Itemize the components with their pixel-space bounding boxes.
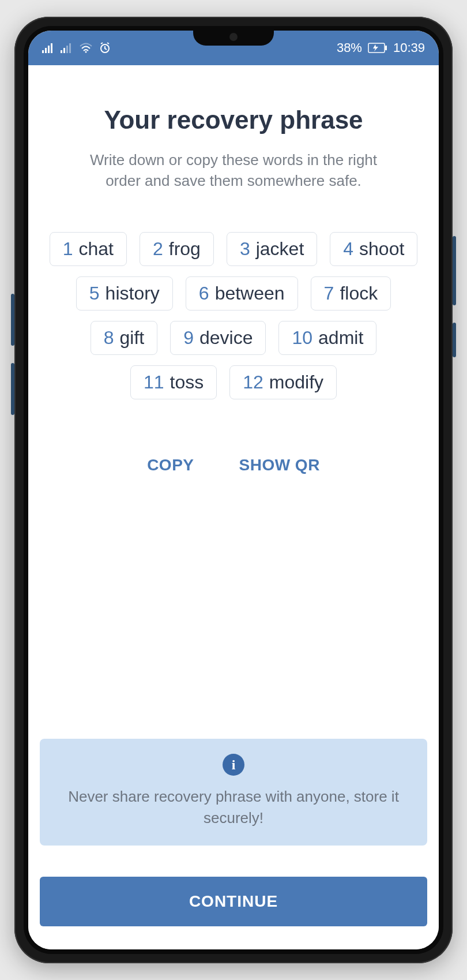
volume-down-button [453, 323, 456, 357]
actions-row: COPY SHOW QR [40, 451, 427, 479]
recovery-words-grid: 1chat2frog3jacket4shoot5history6between7… [40, 232, 427, 399]
word-number: 9 [183, 327, 194, 349]
recovery-word: 8gift [91, 321, 157, 355]
recovery-word: 4shoot [330, 232, 417, 266]
status-time: 10:39 [393, 40, 425, 55]
recovery-word: 11toss [130, 365, 217, 399]
battery-percent: 38% [337, 40, 362, 55]
word-text: gift [119, 327, 144, 349]
svg-rect-5 [63, 48, 65, 53]
word-text: frog [169, 238, 201, 260]
svg-rect-3 [51, 43, 52, 53]
word-text: device [199, 327, 253, 349]
phone-frame: 38% 10:39 Your recovery phrase Write dow… [14, 17, 453, 963]
recovery-word: 10admit [278, 321, 376, 355]
side-button [11, 363, 14, 415]
svg-rect-6 [66, 46, 68, 53]
page-title: Your recovery phrase [40, 106, 427, 134]
svg-rect-2 [48, 46, 50, 53]
show-qr-button[interactable]: SHOW QR [236, 451, 322, 479]
svg-rect-11 [385, 46, 387, 50]
content: Your recovery phrase Write down or copy … [28, 65, 439, 949]
info-text: Never share recovery phrase with anyone,… [57, 786, 410, 828]
word-number: 1 [63, 238, 73, 260]
word-text: shoot [359, 238, 404, 260]
word-number: 7 [324, 283, 334, 304]
wifi-icon [79, 43, 93, 53]
alarm-icon [99, 42, 111, 54]
screen: 38% 10:39 Your recovery phrase Write dow… [28, 31, 439, 949]
svg-rect-0 [42, 50, 44, 53]
word-text: between [215, 283, 285, 304]
recovery-word: 7flock [311, 276, 391, 311]
word-text: modify [269, 372, 323, 393]
recovery-word: 5history [76, 276, 173, 311]
word-number: 5 [89, 283, 100, 304]
volume-up-button [453, 236, 456, 305]
recovery-word: 3jacket [227, 232, 317, 266]
recovery-word: 9device [170, 321, 266, 355]
info-icon: i [223, 754, 244, 776]
word-number: 4 [343, 238, 353, 260]
svg-rect-7 [69, 43, 71, 53]
svg-rect-4 [61, 50, 62, 53]
recovery-word: 2frog [140, 232, 214, 266]
recovery-word: 12modify [229, 365, 337, 399]
word-text: admit [318, 327, 363, 349]
recovery-word: 1chat [50, 232, 127, 266]
word-text: jacket [256, 238, 304, 260]
copy-button[interactable]: COPY [145, 451, 196, 479]
word-number: 12 [243, 372, 263, 393]
svg-rect-1 [45, 48, 47, 53]
word-number: 11 [144, 372, 164, 393]
word-number: 2 [153, 238, 163, 260]
svg-point-8 [85, 51, 87, 53]
signal-icon-2 [61, 43, 73, 53]
word-number: 6 [199, 283, 209, 304]
signal-icon [42, 43, 55, 53]
info-box: i Never share recovery phrase with anyon… [40, 739, 427, 846]
word-text: flock [340, 283, 378, 304]
word-text: history [106, 283, 160, 304]
word-text: chat [78, 238, 113, 260]
continue-button[interactable]: CONTINUE [40, 877, 427, 926]
recovery-word: 6between [186, 276, 298, 311]
word-number: 10 [292, 327, 312, 349]
notch [193, 26, 274, 46]
battery-icon [368, 43, 387, 53]
page-subtitle: Write down or copy these words in the ri… [72, 149, 395, 192]
word-number: 3 [240, 238, 250, 260]
word-text: toss [170, 372, 204, 393]
power-button [11, 294, 14, 346]
word-number: 8 [104, 327, 114, 349]
